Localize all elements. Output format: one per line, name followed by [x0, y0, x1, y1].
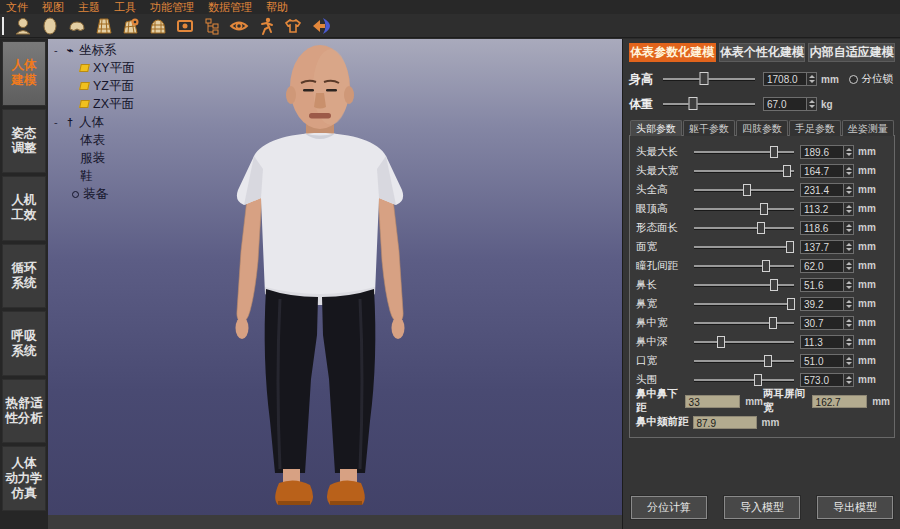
param-spinner[interactable]: [844, 297, 854, 311]
menu-item[interactable]: 主题: [78, 0, 100, 14]
slider-handle[interactable]: [717, 336, 725, 348]
param-slider[interactable]: [694, 341, 794, 343]
back-arrow-icon[interactable]: [309, 15, 331, 37]
param-spinner[interactable]: [844, 278, 854, 292]
param-category-tab[interactable]: 坐姿测量: [842, 120, 894, 136]
runner-motion-icon[interactable]: [255, 15, 277, 37]
param-spinner[interactable]: [844, 221, 854, 235]
param-value-input[interactable]: 11.3: [800, 335, 844, 349]
param-slider[interactable]: [694, 303, 794, 305]
param-value-input[interactable]: 30.7: [800, 316, 844, 330]
quantile-calc-button[interactable]: 分位计算: [631, 496, 707, 519]
param-value-input[interactable]: 189.6: [800, 145, 844, 159]
human-model[interactable]: [48, 39, 622, 516]
slider-handle[interactable]: [770, 146, 778, 158]
viewport-3d[interactable]: - ⌁ 坐标系 XY平面 YZ平面 ZX平面 -: [48, 39, 622, 529]
radio-icon[interactable]: [849, 75, 858, 84]
tshirt-clothing-icon[interactable]: [282, 15, 304, 37]
slider-handle[interactable]: [786, 241, 794, 253]
mesh-grid-icon[interactable]: [147, 15, 169, 37]
param-slider[interactable]: [694, 379, 794, 381]
modeling-tab[interactable]: 体表参数化建模: [629, 43, 716, 62]
param-spinner[interactable]: [844, 354, 854, 368]
param-slider[interactable]: [694, 265, 794, 267]
sidebar-item[interactable]: 循环 系统: [2, 244, 46, 309]
param-slider[interactable]: [694, 246, 794, 248]
height-spinner[interactable]: [807, 72, 817, 86]
weight-spinner[interactable]: [807, 97, 817, 111]
param-spinner[interactable]: [844, 240, 854, 254]
menu-item[interactable]: 视图: [42, 0, 64, 14]
quantile-lock[interactable]: 分位锁: [849, 72, 894, 86]
param-spinner[interactable]: [844, 202, 854, 216]
sidebar-item[interactable]: 人机 工效: [2, 176, 46, 241]
brain-mesh-icon[interactable]: [66, 15, 88, 37]
slider-handle[interactable]: [787, 298, 795, 310]
sidebar-item[interactable]: 人体 建模: [2, 41, 46, 106]
import-model-button[interactable]: 导入模型: [724, 496, 800, 519]
modeling-tab[interactable]: 体表个性化建模: [719, 43, 806, 62]
slider-handle[interactable]: [764, 355, 772, 367]
slider-handle[interactable]: [783, 165, 791, 177]
menu-item[interactable]: 文件: [6, 0, 28, 14]
slider-handle[interactable]: [770, 279, 778, 291]
param-slider[interactable]: [694, 284, 794, 286]
slider-handle[interactable]: [754, 374, 762, 386]
slider-handle[interactable]: [689, 97, 698, 110]
param-value-input[interactable]: 51.6: [800, 278, 844, 292]
slider-handle[interactable]: [760, 203, 768, 215]
param-value-input[interactable]: 51.0: [800, 354, 844, 368]
menu-item[interactable]: 数据管理: [208, 0, 252, 14]
modeling-tab[interactable]: 内部自适应建模: [808, 43, 895, 62]
sidebar-item[interactable]: 呼吸 系统: [2, 311, 46, 376]
slider-handle[interactable]: [762, 260, 770, 272]
height-value-input[interactable]: 1708.0: [763, 72, 807, 86]
menu-item[interactable]: 帮助: [266, 0, 288, 14]
param-value-input[interactable]: 231.4: [800, 183, 844, 197]
nose-chin-field[interactable]: 87.9: [693, 416, 757, 429]
param-slider[interactable]: [694, 227, 794, 229]
slider-handle[interactable]: [700, 72, 709, 85]
param-value-input[interactable]: 137.7: [800, 240, 844, 254]
menu-item[interactable]: 工具: [114, 0, 136, 14]
param-slider[interactable]: [694, 170, 794, 172]
param-value-input[interactable]: 39.2: [800, 297, 844, 311]
param-slider[interactable]: [694, 322, 794, 324]
slider-handle[interactable]: [769, 317, 777, 329]
param-spinner[interactable]: [844, 259, 854, 273]
weight-value-input[interactable]: 67.0: [763, 97, 807, 111]
param-category-tab[interactable]: 手足参数: [789, 120, 841, 136]
param-spinner[interactable]: [844, 145, 854, 159]
param-spinner[interactable]: [844, 183, 854, 197]
nose-sub-field[interactable]: 33: [685, 395, 741, 408]
slider-handle[interactable]: [757, 222, 765, 234]
display-capture-icon[interactable]: [174, 15, 196, 37]
param-value-input[interactable]: 62.0: [800, 259, 844, 273]
param-spinner[interactable]: [844, 335, 854, 349]
param-value-input[interactable]: 113.2: [800, 202, 844, 216]
sidebar-item[interactable]: 热舒适 性分析: [2, 379, 46, 444]
height-slider[interactable]: [663, 78, 755, 80]
param-slider[interactable]: [694, 189, 794, 191]
sidebar-item[interactable]: 人体 动力学 仿真: [2, 446, 46, 511]
param-category-tab[interactable]: 躯干参数: [683, 120, 735, 136]
sidebar-item[interactable]: 姿态 调整: [2, 109, 46, 174]
weight-slider[interactable]: [663, 103, 755, 105]
param-spinner[interactable]: [844, 316, 854, 330]
bitragion-field[interactable]: 162.7: [812, 395, 868, 408]
slider-handle[interactable]: [743, 184, 751, 196]
param-spinner[interactable]: [844, 164, 854, 178]
param-value-input[interactable]: 573.0: [800, 373, 844, 387]
hierarchy-tree-icon[interactable]: [201, 15, 223, 37]
param-slider[interactable]: [694, 151, 794, 153]
param-slider[interactable]: [694, 208, 794, 210]
mannequin-bust-icon[interactable]: [12, 15, 34, 37]
param-category-tab[interactable]: 四肢参数: [736, 120, 788, 136]
mesh-surface-icon[interactable]: [93, 15, 115, 37]
eye-visibility-icon[interactable]: [228, 15, 250, 37]
mesh-gear-icon[interactable]: [120, 15, 142, 37]
menu-item[interactable]: 功能管理: [150, 0, 194, 14]
param-category-tab[interactable]: 头部参数: [630, 120, 682, 136]
param-value-input[interactable]: 164.7: [800, 164, 844, 178]
head-model-icon[interactable]: [39, 15, 61, 37]
